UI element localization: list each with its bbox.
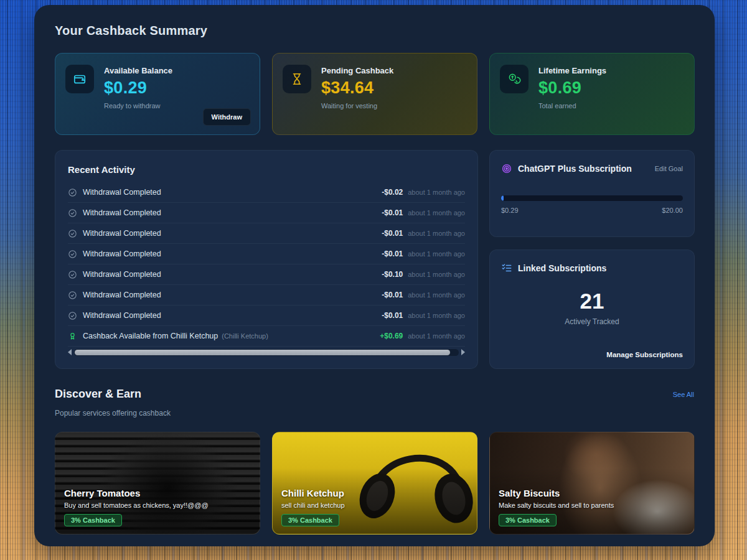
stat-value: $0.29: [104, 78, 172, 98]
stat-label: Lifetime Earnings: [538, 66, 606, 75]
activity-time: about 1 month ago: [408, 250, 465, 258]
subscriptions-count: 21: [501, 289, 683, 314]
check-circle-icon: [68, 208, 77, 218]
offer-card-cherry-tomatoes[interactable]: Cherry Tomatoes Buy and sell tomatoes as…: [55, 432, 260, 534]
pending-cashback-card: Pending Cashback $34.64 Waiting for vest…: [272, 53, 477, 135]
activity-row: Withdrawal Completed -$0.10about 1 month…: [68, 264, 465, 285]
linked-subscriptions-card: Linked Subscriptions 21 Actively Tracked…: [489, 250, 695, 369]
desktop-background: Your Cashback Summary Available Balance …: [0, 0, 747, 560]
offer-description: Make salty biscuits and sell to parents: [499, 502, 687, 509]
check-circle-icon: [68, 291, 77, 300]
cashback-badge: 3% Cashback: [281, 514, 339, 526]
cashback-dashboard-panel: Your Cashback Summary Available Balance …: [34, 5, 715, 546]
activity-label: Cashback Available from Chilli Ketchup: [83, 332, 218, 340]
stat-label: Pending Cashback: [321, 66, 393, 75]
activity-row: Withdrawal Completed -$0.01about 1 month…: [68, 203, 465, 223]
activity-amount: -$0.01: [382, 229, 403, 238]
available-balance-card: Available Balance $0.29 Ready to withdra…: [55, 53, 260, 135]
scrollbar-thumb[interactable]: [75, 350, 450, 355]
discover-row: Cherry Tomatoes Buy and sell tomatoes as…: [55, 432, 694, 534]
check-circle-icon: [68, 229, 77, 238]
coins-icon: [500, 65, 529, 93]
activity-amount: -$0.01: [382, 291, 403, 299]
lifetime-earnings-card: Lifetime Earnings $0.69 Total earned: [489, 53, 695, 135]
offer-name: Chilli Ketchup: [281, 488, 469, 498]
checklist-icon: [501, 263, 512, 274]
edit-goal-link[interactable]: Edit Goal: [655, 165, 683, 172]
goal-progress-fill: [501, 195, 504, 201]
activity-label: Withdrawal Completed: [83, 188, 161, 197]
stat-value: $0.69: [538, 78, 606, 98]
target-icon: [501, 163, 512, 174]
activity-time: about 1 month ago: [408, 189, 465, 196]
offer-name: Salty Biscuits: [499, 488, 687, 498]
mid-row: Recent Activity Withdrawal Completed -$0…: [55, 150, 694, 369]
stats-row: Available Balance $0.29 Ready to withdra…: [55, 53, 694, 135]
activity-label: Withdrawal Completed: [83, 291, 161, 299]
activity-time: about 1 month ago: [408, 230, 465, 237]
check-circle-icon: [68, 188, 77, 197]
offer-card-salty-biscuits[interactable]: Salty Biscuits Make salty biscuits and s…: [489, 432, 695, 534]
hourglass-icon: [283, 65, 311, 93]
activity-amount: -$0.10: [382, 270, 403, 279]
goal-progress-bar: [501, 195, 683, 201]
scroll-left-icon[interactable]: [68, 349, 72, 355]
activity-label: Withdrawal Completed: [83, 250, 161, 258]
stat-sub: Waiting for vesting: [321, 102, 393, 110]
discover-subtitle: Popular services offering cashback: [55, 409, 694, 418]
activity-row: Withdrawal Completed -$0.01about 1 month…: [68, 306, 465, 326]
stat-label: Available Balance: [104, 66, 172, 75]
recent-activity-title: Recent Activity: [68, 164, 465, 175]
activity-row: Withdrawal Completed -$0.01about 1 month…: [68, 285, 465, 306]
activity-label: Withdrawal Completed: [83, 270, 161, 279]
discover-header: Discover & Earn See All: [55, 388, 694, 401]
activity-time: about 1 month ago: [408, 312, 465, 319]
goal-title: ChatGPT Plus Subscription: [518, 164, 632, 174]
stat-sub: Total earned: [538, 102, 606, 110]
activity-time: about 1 month ago: [408, 271, 465, 278]
activity-time: about 1 month ago: [408, 332, 465, 340]
activity-row-cashback: Cashback Available from Chilli Ketchup (…: [68, 326, 465, 347]
recent-activity-card: Recent Activity Withdrawal Completed -$0…: [55, 150, 478, 369]
scroll-right-icon[interactable]: [461, 349, 465, 355]
activity-label: Withdrawal Completed: [83, 311, 161, 320]
stat-sub: Ready to withdraw: [104, 102, 172, 110]
wallet-icon: [65, 65, 94, 93]
manage-subscriptions-link[interactable]: Manage Subscriptions: [606, 351, 683, 358]
page-title: Your Cashback Summary: [55, 24, 694, 38]
goal-target-amount: $20.00: [662, 207, 683, 214]
activity-amount: -$0.01: [382, 208, 403, 217]
offer-name: Cherry Tomatoes: [64, 488, 252, 498]
horizontal-scrollbar[interactable]: [68, 348, 465, 357]
activity-amount: +$0.69: [380, 332, 403, 340]
subscriptions-title: Linked Subscriptions: [518, 263, 606, 273]
activity-time: about 1 month ago: [408, 209, 465, 217]
cashback-badge: 3% Cashback: [64, 514, 122, 526]
check-circle-icon: [68, 250, 77, 259]
activity-note: (Chilli Ketchup): [222, 332, 268, 340]
discover-title: Discover & Earn: [55, 388, 141, 401]
offer-description: Buy and sell tomatoes as chickens, yay!!…: [64, 502, 252, 509]
activity-amount: -$0.02: [382, 188, 403, 197]
activity-row: Withdrawal Completed -$0.01about 1 month…: [68, 244, 465, 264]
cashback-badge: 3% Cashback: [499, 514, 557, 526]
stat-value: $34.64: [321, 78, 393, 98]
check-circle-icon: [68, 311, 77, 320]
offer-description: sell chili and ketchup: [281, 502, 469, 509]
activity-amount: -$0.01: [382, 311, 403, 320]
check-circle-icon: [68, 270, 77, 279]
scrollbar-track[interactable]: [74, 349, 459, 356]
withdraw-button[interactable]: Withdraw: [203, 108, 251, 126]
activity-row: Withdrawal Completed -$0.02about 1 month…: [68, 182, 465, 203]
activity-label: Withdrawal Completed: [83, 208, 161, 217]
see-all-link[interactable]: See All: [673, 391, 694, 398]
activity-label: Withdrawal Completed: [83, 229, 161, 238]
activity-amount: -$0.01: [382, 250, 403, 258]
subscriptions-sub: Actively Tracked: [501, 317, 683, 326]
offer-card-chilli-ketchup[interactable]: Chilli Ketchup sell chili and ketchup 3%…: [272, 432, 477, 534]
goal-current-amount: $0.29: [501, 207, 519, 214]
activity-row: Withdrawal Completed -$0.01about 1 month…: [68, 223, 465, 244]
right-column: ChatGPT Plus Subscription Edit Goal $0.2…: [489, 150, 695, 369]
activity-time: about 1 month ago: [408, 291, 465, 299]
award-icon: [68, 332, 77, 341]
